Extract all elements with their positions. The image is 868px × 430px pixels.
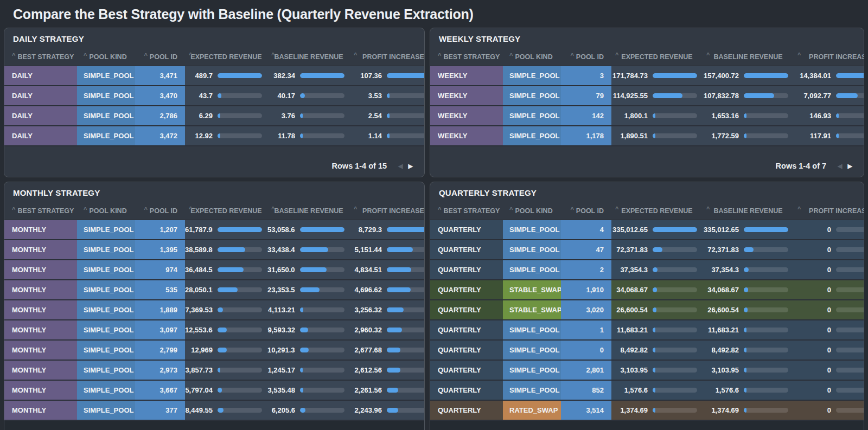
column-header-expected[interactable]: ^EXPECTED REVENUE — [185, 48, 267, 66]
table-row[interactable]: QUARTERLYSTABLE_SWAP3,02026,600.5426,600… — [430, 300, 864, 320]
table-row[interactable]: MONTHLYSIMPLE_POOL2,79912,96910,291.322,… — [4, 341, 424, 361]
table-row[interactable]: WEEKLYSIMPLE_POOL79114,925.55107,832.787… — [430, 86, 864, 106]
table-row[interactable]: QUARTERLYSIMPLE_POOL2,8013,103.953,103.9… — [430, 361, 864, 381]
table-row[interactable]: MONTHLYSIMPLE_POOL1,8897,369.534,113.213… — [4, 300, 424, 320]
profit-value: 2.54 — [350, 112, 382, 120]
table-row[interactable]: DAILYSIMPLE_POOL2,7866.293.762.54 — [4, 106, 424, 126]
table-row[interactable]: DAILYSIMPLE_POOL3,47043.740.173.53 — [4, 86, 424, 106]
table-row[interactable]: QUARTERLYSTABLE_SWAP1,91034,068.6734,068… — [430, 280, 864, 300]
baseline-value: 11.78 — [267, 132, 295, 140]
table-row[interactable]: QUARTERLYSIMPLE_POOL08,492.828,492.820 — [430, 341, 864, 361]
column-header-pool_id[interactable]: ^POOL ID — [561, 48, 611, 66]
next-page-button[interactable]: ▶ — [406, 162, 416, 171]
table-row[interactable]: MONTHLYSIMPLE_POOL1,39538,589.8633,438.4… — [4, 240, 424, 260]
table-header-row: ^BEST STRATEGY^POOL KIND^POOL ID^EXPECTE… — [4, 48, 424, 66]
baseline-bar-track — [744, 408, 788, 413]
column-header-strategy[interactable]: ^BEST STRATEGY — [430, 48, 503, 66]
cell-pool-kind: SIMPLE_POOL — [503, 106, 561, 125]
cell-baseline-revenue: 26,600.54 — [703, 300, 794, 319]
next-page-button[interactable]: ▶ — [845, 162, 855, 171]
profit-value: 7,092.77 — [794, 92, 831, 100]
sort-caret-icon: ^ — [354, 206, 357, 212]
cell-pool-id: 1,207 — [135, 220, 185, 239]
column-header-label: EXPECTED REVENUE — [621, 207, 692, 215]
cell-profit-revenue: 0 — [794, 260, 864, 279]
column-header-pool_id[interactable]: ^POOL ID — [561, 202, 611, 220]
expected-value: 5,797.04 — [185, 386, 213, 394]
table-row[interactable]: MONTHLYSIMPLE_POOL2,9733,857.731,245.172… — [4, 361, 424, 381]
cell-best-strategy: MONTHLY — [4, 401, 77, 420]
table-row[interactable]: MONTHLYSIMPLE_POOL1,20761,787.9353,058.6… — [4, 220, 424, 240]
column-header-expected[interactable]: ^EXPECTED REVENUE — [611, 202, 703, 220]
column-header-profit[interactable]: ^PROFIT INCREASE — [350, 48, 425, 66]
table-row[interactable]: WEEKLYSIMPLE_POOL3171,784.73157,400.7214… — [430, 66, 864, 86]
table-row[interactable]: QUARTERLYSIMPLE_POOL4335,012.65335,012.6… — [430, 220, 864, 240]
column-header-expected[interactable]: ^EXPECTED REVENUE — [185, 202, 267, 220]
cell-pool-kind: SIMPLE_POOL — [503, 260, 561, 279]
baseline-bar-track — [744, 348, 788, 352]
column-header-label: BEST STRATEGY — [17, 53, 74, 61]
cell-best-strategy: MONTHLY — [4, 260, 77, 279]
prev-page-button[interactable]: ◀ — [395, 162, 405, 171]
cell-baseline-revenue: 4,113.21 — [267, 300, 350, 319]
cell-pool-kind: SIMPLE_POOL — [503, 66, 561, 85]
column-header-baseline[interactable]: ^BASELINE REVENUE — [267, 48, 350, 66]
cell-pool-kind: SIMPLE_POOL — [503, 220, 561, 239]
table-row[interactable]: DAILYSIMPLE_POOL3,47212.9211.781.14 — [4, 126, 424, 146]
expected-value: 489.7 — [185, 72, 213, 80]
cell-best-strategy: DAILY — [4, 106, 77, 125]
table-row[interactable]: MONTHLYSIMPLE_POOL3,6675,797.043,535.482… — [4, 381, 424, 401]
table-row[interactable]: QUARTERLYSIMPLE_POOL237,354.337,354.30 — [430, 260, 864, 280]
expected-bar-track — [653, 328, 697, 332]
sort-caret-icon: ^ — [12, 52, 15, 59]
column-header-strategy[interactable]: ^BEST STRATEGY — [4, 48, 77, 66]
column-header-pool_kind[interactable]: ^POOL KIND — [77, 202, 135, 220]
table-row[interactable]: DAILYSIMPLE_POOL3,471489.7382.34107.36 — [4, 66, 424, 86]
column-header-label: PROFIT INCREASE — [809, 207, 864, 215]
column-header-baseline[interactable]: ^BASELINE REVENUE — [703, 202, 794, 220]
column-header-pool_kind[interactable]: ^POOL KIND — [503, 48, 561, 66]
prev-page-button[interactable]: ◀ — [835, 162, 845, 171]
panel-weekly-strategy: WEEKLY STRATEGY^BEST STRATEGY^POOL KIND^… — [430, 28, 864, 177]
table-row[interactable]: MONTHLYSIMPLE_POOL3778,449.556,205.62,24… — [4, 401, 424, 421]
column-header-profit[interactable]: ^PROFIT INCREASE — [794, 48, 864, 66]
baseline-bar-track — [300, 388, 344, 393]
sort-caret-icon: ^ — [797, 206, 801, 212]
cell-pool-id: 47 — [561, 240, 611, 259]
cell-pool-id: 3,514 — [561, 401, 611, 420]
cell-baseline-revenue: 3,535.48 — [267, 381, 350, 400]
expected-bar-fill — [218, 133, 220, 138]
table-row[interactable]: QUARTERLYSIMPLE_POOL8521,576.61,576.60 — [430, 381, 864, 401]
cell-pool-kind: SIMPLE_POOL — [77, 66, 135, 85]
column-header-baseline[interactable]: ^BASELINE REVENUE — [267, 202, 350, 220]
column-header-pool_id[interactable]: ^POOL ID — [135, 202, 185, 220]
table-row[interactable]: WEEKLYSIMPLE_POOL1,1781,890.511,772.5911… — [430, 126, 864, 146]
baseline-bar-track — [744, 247, 788, 252]
baseline-bar-fill — [300, 227, 344, 232]
sort-caret-icon: ^ — [354, 52, 357, 58]
column-header-pool_id[interactable]: ^POOL ID — [135, 48, 185, 66]
column-header-baseline[interactable]: ^BASELINE REVENUE — [703, 48, 794, 66]
table-row[interactable]: WEEKLYSIMPLE_POOL1421,800.11,653.16146.9… — [430, 106, 864, 126]
baseline-value: 10,291.32 — [267, 346, 295, 354]
column-header-pool_kind[interactable]: ^POOL KIND — [503, 202, 561, 220]
table-row[interactable]: QUARTERLYSIMPLE_POOL4772,371.8372,371.83… — [430, 240, 864, 260]
column-header-expected[interactable]: ^EXPECTED REVENUE — [611, 48, 703, 66]
expected-bar-track — [218, 227, 262, 232]
table-row[interactable]: MONTHLYSIMPLE_POOL97436,484.5231,650.014… — [4, 260, 424, 280]
column-header-strategy[interactable]: ^BEST STRATEGY — [4, 202, 77, 220]
table-row[interactable]: QUARTERLYRATED_SWAP3,5141,374.691,374.69… — [430, 401, 864, 421]
panel-grid: DAILY STRATEGY^BEST STRATEGY^POOL KIND^P… — [0, 28, 868, 430]
table-row[interactable]: QUARTERLYSIMPLE_POOL111,683.2111,683.210 — [430, 320, 864, 341]
baseline-bar-fill — [744, 133, 746, 138]
table-row[interactable]: MONTHLYSIMPLE_POOL53528,050.1323,353.514… — [4, 280, 424, 300]
column-header-profit[interactable]: ^PROFIT INCREASE — [350, 202, 425, 220]
column-header-strategy[interactable]: ^BEST STRATEGY — [430, 202, 503, 220]
table-row[interactable]: MONTHLYSIMPLE_POOL3,09712,553.649,593.32… — [4, 320, 424, 341]
cell-best-strategy: MONTHLY — [4, 341, 77, 360]
baseline-bar-track — [744, 133, 788, 138]
column-header-label: POOL KIND — [89, 53, 126, 61]
column-header-profit[interactable]: ^PROFIT INCREASE — [794, 202, 864, 220]
page-title: Compare the Best Strategy with Baseline … — [0, 0, 868, 28]
column-header-pool_kind[interactable]: ^POOL KIND — [77, 48, 135, 66]
